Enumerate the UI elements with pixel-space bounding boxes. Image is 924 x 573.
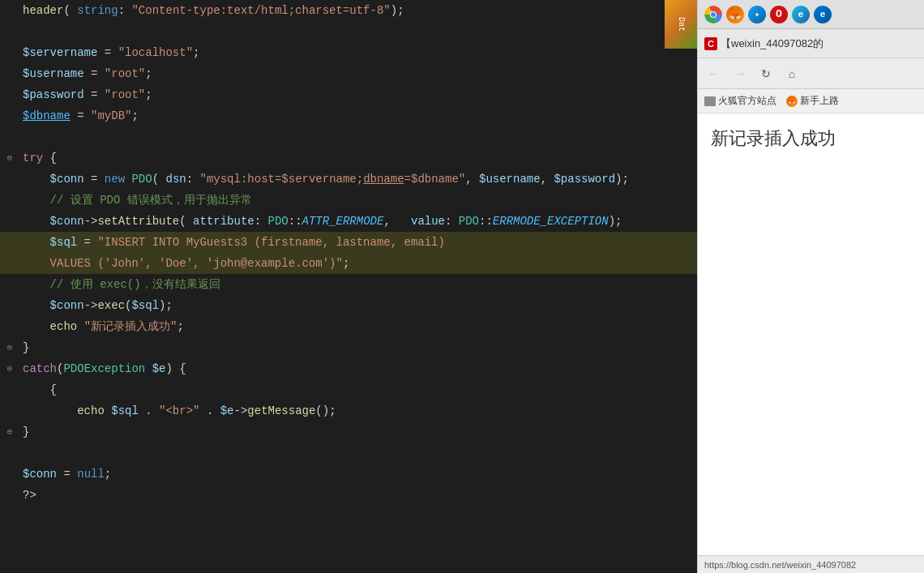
line-content: $dbname = "myDB"; (19, 105, 697, 126)
bookmark-new-user[interactable]: 🦊 新手上路 (786, 94, 839, 108)
line-content: } (19, 337, 697, 358)
code-content: header( string: "Content-type:text/html;… (0, 0, 697, 506)
browser-panel: 🦊 ✦ O e e C 【weixin_44097082的 ← → ↻ ⌂ 火狐… (697, 0, 924, 573)
fold-icon[interactable]: ⊖ (4, 337, 15, 358)
line-gutter: ⊖ (0, 148, 19, 169)
code-line: $servername = "localhost"; (0, 42, 697, 63)
line-content: $servername = "localhost"; (19, 42, 697, 63)
home-button[interactable]: ⌂ (781, 62, 803, 85)
code-line: $username = "root"; (0, 63, 697, 84)
line-content: ?> (19, 485, 697, 506)
line-content: $password = "root"; (19, 84, 697, 105)
code-line (0, 443, 697, 464)
ie-icon[interactable]: e (792, 6, 810, 24)
code-line: $conn = null; (0, 464, 697, 485)
browser-status-bar: https://blog.csdn.net/weixin_44097082 (698, 555, 924, 573)
line-gutter: ⊖ (0, 337, 19, 358)
line-content: echo "新记录插入成功"; (19, 316, 697, 337)
bookmark-firefox-official[interactable]: 火狐官方站点 (704, 94, 776, 108)
refresh-button[interactable]: ↻ (755, 62, 777, 85)
code-line (0, 126, 697, 148)
bookmark-label: 新手上路 (800, 94, 839, 108)
line-content: } (19, 421, 697, 443)
code-line: ⊖} (0, 337, 697, 358)
fold-icon[interactable]: ⊖ (4, 421, 15, 443)
browser-toolbar: ← → ↻ ⌂ (698, 58, 924, 89)
edge-icon[interactable]: e (814, 6, 832, 24)
code-line: ⊖try { (0, 148, 697, 169)
code-line: VALUES ('John', 'Doe', 'john@example.com… (0, 253, 697, 274)
back-button[interactable]: ← (703, 62, 725, 85)
code-line: // 设置 PDO 错误模式，用于抛出异常 (0, 190, 697, 211)
browser-favicon: C (704, 37, 717, 50)
code-line: // 使用 exec()，没有结果返回 (0, 274, 697, 295)
line-content: header( string: "Content-type:text/html;… (19, 0, 697, 21)
fold-icon[interactable]: ⊖ (4, 148, 15, 169)
svg-point-2 (711, 12, 716, 17)
line-content: echo $sql . "<br>" . $e->getMessage(); (19, 400, 697, 421)
line-content: VALUES ('John', 'Doe', 'john@example.com… (19, 253, 697, 274)
line-content: { (19, 379, 697, 400)
code-line: $conn = new PDO( dsn: "mysql:host=$serve… (0, 169, 697, 190)
code-line: ?> (0, 485, 697, 506)
safari-icon[interactable]: ✦ (748, 6, 766, 24)
code-line: $dbname = "myDB"; (0, 105, 697, 126)
line-gutter: ⊖ (0, 358, 19, 379)
firefox-small-icon: 🦊 (786, 96, 798, 107)
firefox-icon[interactable]: 🦊 (726, 6, 744, 24)
folder-icon (704, 96, 716, 106)
code-line: echo "新记录插入成功"; (0, 316, 697, 337)
line-content: $sql = "INSERT INTO MyGuests3 (firstname… (19, 232, 697, 253)
code-line: $sql = "INSERT INTO MyGuests3 (firstname… (0, 232, 697, 253)
chrome-icon[interactable] (704, 6, 722, 24)
browser-title-bar: C 【weixin_44097082的 (698, 29, 924, 58)
code-line: ⊖} (0, 421, 697, 443)
browser-tab-bar: 🦊 ✦ O e e (698, 0, 924, 29)
code-line: { (0, 379, 697, 400)
status-url: https://blog.csdn.net/weixin_44097082 (704, 560, 856, 570)
line-content: catch(PDOException $e) { (19, 358, 697, 379)
code-line: $conn->exec($sql); (0, 295, 697, 316)
line-gutter: ⊖ (0, 421, 19, 443)
code-editor: Dat header( string: "Content-type:text/h… (0, 0, 697, 573)
line-content: // 使用 exec()，没有结果返回 (19, 274, 697, 295)
bookmark-label: 火狐官方站点 (718, 94, 776, 108)
line-content: $username = "root"; (19, 63, 697, 84)
code-line: header( string: "Content-type:text/html;… (0, 0, 697, 21)
line-content: try { (19, 148, 697, 169)
code-line (0, 21, 697, 42)
forward-button[interactable]: → (729, 62, 751, 85)
code-line: $password = "root"; (0, 84, 697, 105)
line-content: // 设置 PDO 错误模式，用于抛出异常 (19, 190, 697, 211)
success-message: 新记录插入成功 (711, 126, 911, 151)
fold-icon[interactable]: ⊖ (4, 358, 15, 379)
browser-title: 【weixin_44097082的 (721, 36, 823, 51)
line-content: $conn->setAttribute( attribute: PDO::ATT… (19, 211, 697, 232)
browser-bookmarks-bar: 火狐官方站点 🦊 新手上路 (698, 89, 924, 113)
code-line: echo $sql . "<br>" . $e->getMessage(); (0, 400, 697, 421)
line-content: $conn = new PDO( dsn: "mysql:host=$serve… (19, 169, 697, 190)
line-content: $conn = null; (19, 464, 697, 485)
code-line: ⊖catch(PDOException $e) { (0, 358, 697, 379)
browser-content: 新记录插入成功 (698, 113, 924, 555)
code-line: $conn->setAttribute( attribute: PDO::ATT… (0, 211, 697, 232)
opera-icon[interactable]: O (770, 6, 788, 24)
line-content: $conn->exec($sql); (19, 295, 697, 316)
